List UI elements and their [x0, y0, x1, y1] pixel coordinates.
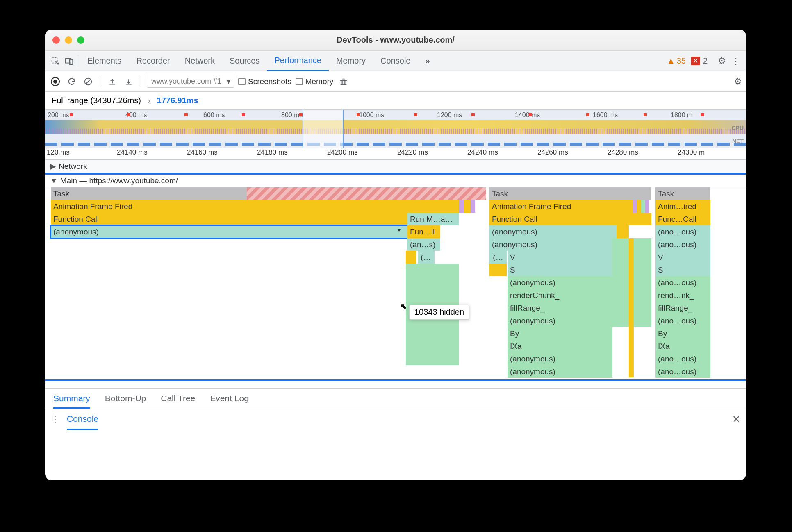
flame-anonymous[interactable]: (ano…ous): [655, 238, 710, 251]
chevron-down-icon[interactable]: ▾: [398, 227, 401, 233]
tabs-overflow[interactable]: »: [418, 51, 437, 71]
performance-toolbar: www.youtube.com #1 Screenshots Memory ⚙: [45, 71, 746, 92]
load-profile-icon[interactable]: [106, 75, 118, 88]
flame-anonymous[interactable]: (anonymous): [508, 276, 612, 289]
zoom-window-button[interactable]: [77, 36, 84, 44]
flame-anonymous[interactable]: (anonymous): [508, 352, 612, 365]
save-profile-icon[interactable]: [123, 75, 135, 88]
flame-anonymous-selected[interactable]: (anonymous): [51, 225, 407, 238]
range-breadcrumb: Full range (34307.26ms) › 1776.91ms: [45, 92, 746, 110]
warnings-badge[interactable]: ▲ 35: [667, 56, 686, 66]
flame-s[interactable]: S: [655, 264, 710, 276]
tab-bottom-up[interactable]: Bottom-Up: [105, 393, 146, 403]
svg-rect-2: [70, 59, 73, 64]
full-range-label[interactable]: Full range (34307.26ms): [52, 96, 141, 105]
current-range-label[interactable]: 1776.91ms: [157, 96, 198, 105]
flame-function-call[interactable]: Func…Call: [655, 213, 710, 225]
drawer-tab-console[interactable]: Console: [67, 414, 98, 430]
more-menu-icon[interactable]: ⋮: [729, 54, 743, 68]
flame-s[interactable]: S: [508, 264, 612, 276]
tab-elements[interactable]: Elements: [80, 51, 129, 71]
flame-anonymous[interactable]: (anonymous): [508, 314, 612, 327]
flame-animation-frame-fired[interactable]: Animation Frame Fired: [51, 200, 459, 213]
tab-memory[interactable]: Memory: [329, 51, 373, 71]
flame-task[interactable]: Task: [489, 187, 651, 200]
titlebar: DevTools - www.youtube.com/: [45, 30, 746, 51]
drawer-menu-icon[interactable]: ⋮: [51, 414, 59, 424]
flame-fun-call-small[interactable]: Fun…ll: [407, 225, 440, 238]
device-toolbar-icon[interactable]: [62, 54, 76, 68]
main-tab-bar: Elements Recorder Network Sources Perfor…: [45, 51, 746, 71]
inspect-element-icon[interactable]: [48, 54, 62, 68]
tab-call-tree[interactable]: Call Tree: [161, 393, 195, 403]
flame-anonymous[interactable]: (anonymous): [508, 365, 612, 378]
tab-sources[interactable]: Sources: [222, 51, 267, 71]
hidden-frames-tooltip: 10343 hidden: [409, 305, 469, 320]
close-drawer-icon[interactable]: ✕: [732, 414, 740, 425]
flame-anonymous[interactable]: (ano…ous): [655, 225, 710, 238]
flame-v[interactable]: V: [655, 251, 710, 264]
flame-task[interactable]: Task: [655, 187, 710, 200]
memory-checkbox[interactable]: Memory: [296, 77, 334, 86]
traffic-lights: [52, 36, 84, 44]
network-track-header[interactable]: ▶Network: [45, 160, 746, 173]
flame-v[interactable]: V: [508, 251, 612, 264]
flame-function-call[interactable]: Function Call: [489, 213, 651, 225]
console-drawer: ⋮ Console ✕: [45, 408, 746, 430]
flame-anonymous[interactable]: (ano…ous): [655, 365, 710, 378]
flame-anon-small[interactable]: (an…s): [407, 238, 440, 251]
tab-performance[interactable]: Performance: [267, 51, 329, 71]
record-button[interactable]: [49, 75, 61, 88]
flame-fillrange[interactable]: fillRange_: [655, 302, 710, 314]
flame-fillrange[interactable]: fillRange_: [508, 302, 612, 314]
flame-anonymous[interactable]: (ano…ous): [655, 276, 710, 289]
overview-selection[interactable]: [303, 110, 344, 148]
flame-ixa[interactable]: IXa: [508, 340, 612, 352]
flame-run-microtasks[interactable]: Run M…asks: [407, 213, 459, 225]
settings-gear-icon[interactable]: ⚙: [715, 54, 729, 68]
tab-network[interactable]: Network: [178, 51, 222, 71]
cpu-label: CPU: [731, 125, 744, 131]
flame-by[interactable]: By: [655, 327, 710, 340]
flame-task[interactable]: Task: [51, 187, 486, 200]
flame-anonymous[interactable]: (ano…ous): [655, 352, 710, 365]
flame-function-call[interactable]: Function Call: [51, 213, 407, 225]
main-track-header[interactable]: ▼Main — https://www.youtube.com/: [45, 175, 746, 187]
timeline-overview[interactable]: 200 ms 400 ms 600 ms 800 ms 1000 ms 1200…: [45, 110, 746, 148]
devtools-window: DevTools - www.youtube.com/ Elements Rec…: [45, 30, 746, 480]
close-window-button[interactable]: [52, 36, 60, 44]
flame-cell[interactable]: (…: [489, 251, 507, 264]
reload-record-button[interactable]: [66, 75, 78, 88]
flame-animation-frame-fired[interactable]: Animation Frame Fired: [489, 200, 633, 213]
capture-settings-gear-icon[interactable]: ⚙: [734, 76, 742, 87]
tab-console[interactable]: Console: [373, 51, 418, 71]
garbage-collect-icon[interactable]: [337, 75, 350, 88]
errors-badge[interactable]: ✕2: [691, 56, 708, 66]
net-label: NET: [732, 138, 744, 144]
flame-by[interactable]: By: [508, 327, 612, 340]
flame-chart[interactable]: Task Animation Frame Fired Function Call…: [45, 187, 746, 388]
flame-anonymous[interactable]: (anonymous): [489, 225, 617, 238]
profile-select[interactable]: www.youtube.com #1: [147, 75, 234, 88]
clear-button[interactable]: [82, 75, 94, 88]
flame-paren[interactable]: (…: [418, 251, 435, 264]
flame-anonymous[interactable]: (anonymous): [489, 238, 612, 251]
window-title: DevTools - www.youtube.com/: [45, 35, 746, 45]
detail-ruler[interactable]: 120 ms 24140 ms 24160 ms 24180 ms 24200 …: [45, 148, 746, 160]
tab-recorder[interactable]: Recorder: [129, 51, 177, 71]
tab-summary[interactable]: Summary: [53, 393, 90, 409]
minimize-window-button[interactable]: [65, 36, 72, 44]
tab-event-log[interactable]: Event Log: [210, 393, 249, 403]
flame-renderchunk[interactable]: rend…nk_: [655, 289, 710, 302]
screenshots-checkbox[interactable]: Screenshots: [238, 77, 291, 86]
details-tab-bar: Summary Bottom-Up Call Tree Event Log: [45, 388, 746, 408]
flame-anonymous[interactable]: (ano…ous): [655, 314, 710, 327]
flame-renderchunk[interactable]: renderChunk_: [508, 289, 612, 302]
flame-animation-frame-fired[interactable]: Anim…ired: [655, 200, 710, 213]
flame-ixa[interactable]: IXa: [655, 340, 710, 352]
breadcrumb-separator: ›: [148, 96, 150, 105]
